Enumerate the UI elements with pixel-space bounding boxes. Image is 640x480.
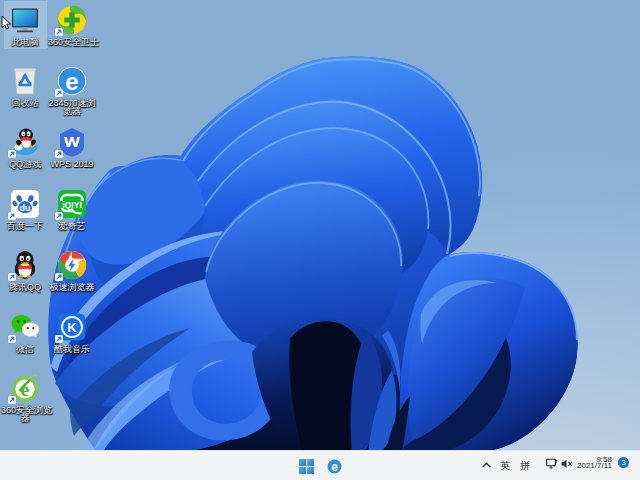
svg-text:K: K — [67, 320, 77, 335]
svg-text:iQIYI: iQIYI — [62, 200, 82, 210]
svg-text:e: e — [65, 68, 78, 95]
svg-text:e: e — [331, 460, 338, 474]
svg-text:du: du — [20, 203, 31, 213]
